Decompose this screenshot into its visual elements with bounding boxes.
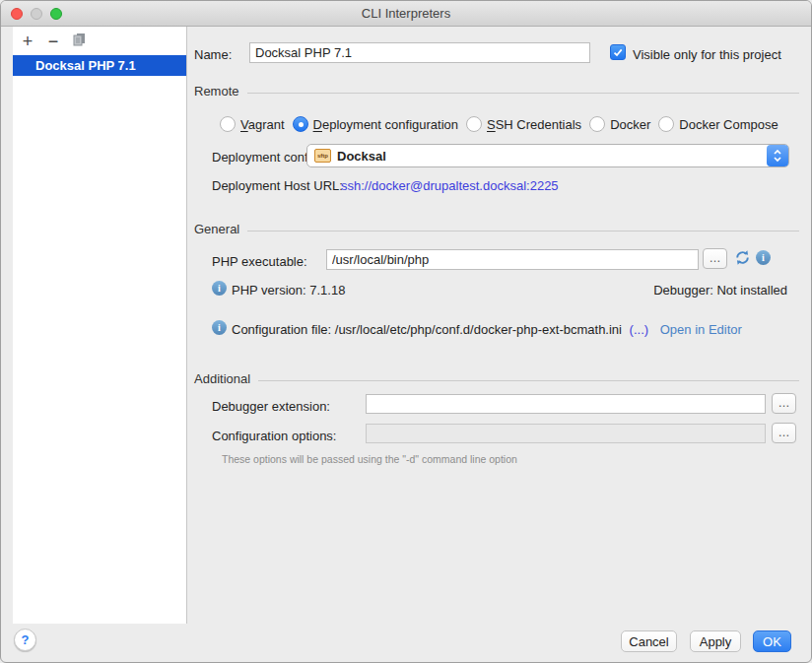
name-label: Name: (194, 47, 232, 62)
configuration-options-input[interactable] (366, 424, 766, 443)
section-rule (258, 380, 799, 381)
apply-button[interactable]: Apply (690, 630, 741, 652)
radio-docker-compose[interactable]: Docker Compose (658, 116, 778, 132)
additional-section-header: Additional (194, 371, 799, 386)
help-button[interactable]: ? (14, 629, 36, 651)
open-in-editor-link[interactable]: Open in Editor (660, 322, 742, 337)
popup-stepper[interactable] (767, 145, 788, 166)
section-rule (247, 93, 799, 94)
remote-section-header: Remote (194, 84, 799, 99)
deployment-host-url-label: Deployment Host URL: (212, 178, 343, 193)
configuration-options-browse-button[interactable]: … (772, 423, 796, 443)
radio-deployment-label: Deployment configuration (313, 117, 458, 132)
refresh-icon (734, 249, 751, 266)
remote-section-title: Remote (194, 84, 239, 99)
minimize-icon (31, 8, 42, 20)
deployment-host-url-link[interactable]: ssh://docker@drupaltest.docksal:2225 (341, 178, 559, 193)
radio-docker-label: Docker (610, 117, 650, 132)
debugger-extension-input[interactable] (366, 394, 766, 414)
php-executable-input[interactable] (326, 249, 699, 270)
section-rule (247, 231, 799, 232)
visible-only-checkbox[interactable] (610, 44, 626, 60)
radio-deployment-configuration[interactable]: Deployment configuration (293, 116, 458, 132)
radio-ssh-credentials[interactable]: SSH Credentials (466, 116, 581, 132)
add-interpreter-button[interactable]: + (18, 32, 37, 51)
radio-docker-compose-label: Docker Compose (679, 117, 778, 132)
reload-phpinfo-button[interactable] (733, 249, 751, 267)
deployment-configuration-value: Docksal (337, 149, 386, 164)
radio-selected-icon (293, 116, 308, 132)
additional-section-title: Additional (194, 371, 250, 386)
check-icon (613, 48, 623, 57)
radio-icon (466, 116, 482, 132)
general-section-title: General (194, 222, 239, 236)
dialog-footer: ? Cancel Apply OK (1, 622, 811, 662)
configuration-file-info-icon (212, 320, 227, 335)
cancel-button[interactable]: Cancel (621, 630, 677, 652)
interpreters-list-panel: + − Docksal PHP 7.1 (13, 27, 186, 624)
php-executable-label: PHP executable: (212, 254, 307, 269)
close-icon[interactable] (11, 8, 23, 20)
interpreter-settings-form: Name: Visible only for this project Remo… (186, 27, 812, 624)
cli-interpreters-dialog: CLI Interpreters + − Docksal PHP 7.1 Nam… (0, 0, 812, 663)
list-toolbar: + − (18, 32, 89, 51)
ok-button[interactable]: OK (753, 630, 791, 652)
window-title: CLI Interpreters (1, 1, 811, 26)
options-note: These options will be passed using the "… (222, 453, 517, 465)
remove-interpreter-button[interactable]: − (43, 32, 63, 51)
duplicate-interpreter-button[interactable] (69, 32, 89, 51)
zoom-icon[interactable] (50, 8, 62, 20)
radio-icon (658, 116, 674, 132)
deployment-configuration-select[interactable]: sftp Docksal (306, 144, 789, 167)
radio-vagrant[interactable]: Vagrant (220, 116, 285, 132)
remote-type-radio-group: Vagrant Deployment configuration SSH Cre… (220, 116, 778, 132)
name-input[interactable] (249, 42, 590, 63)
chevron-up-down-icon (773, 149, 782, 163)
radio-icon (589, 116, 605, 132)
titlebar[interactable]: CLI Interpreters (1, 1, 811, 27)
radio-docker[interactable]: Docker (589, 116, 650, 132)
php-executable-browse-button[interactable]: … (703, 248, 727, 269)
php-version-text: PHP version: 7.1.18 (232, 283, 345, 298)
visible-only-label: Visible only for this project (633, 47, 781, 62)
configuration-file-row: Configuration file: /usr/local/etc/php/c… (232, 322, 742, 337)
configuration-options-label: Configuration options: (212, 429, 336, 443)
debugger-status-text: Debugger: Not installed (653, 283, 787, 298)
copy-icon (71, 32, 87, 47)
php-executable-info-icon (756, 250, 771, 265)
traffic-lights (11, 8, 62, 20)
sftp-icon: sftp (314, 149, 331, 163)
radio-icon (220, 116, 236, 132)
debugger-extension-browse-button[interactable]: … (772, 393, 796, 414)
radio-vagrant-label: Vagrant (240, 117, 285, 132)
configuration-file-more-link[interactable]: (...) (630, 322, 649, 337)
interpreter-list-item[interactable]: Docksal PHP 7.1 (13, 55, 186, 76)
configuration-file-text: Configuration file: /usr/local/etc/php/c… (232, 322, 622, 337)
debugger-extension-label: Debugger extension: (212, 399, 330, 414)
general-section-header: General (194, 222, 799, 236)
php-version-info-icon (212, 281, 227, 296)
radio-ssh-label: SSH Credentials (487, 117, 581, 132)
